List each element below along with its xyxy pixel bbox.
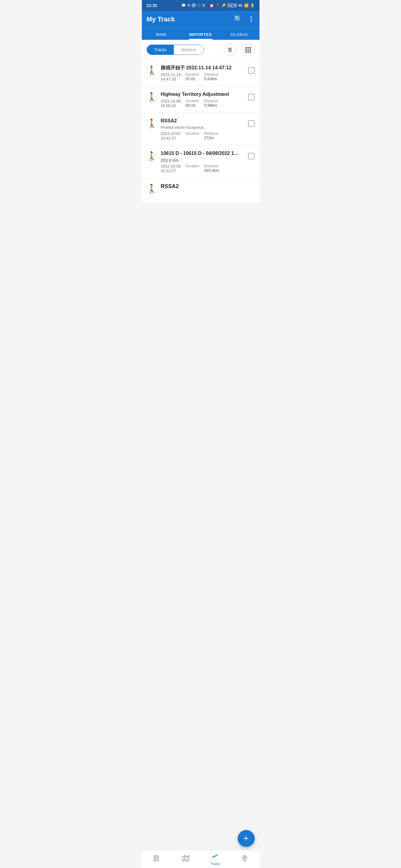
track-item[interactable]: 🚶 RSSA2 [142,178,259,203]
distance-value: 203.4km [204,168,219,173]
track-datetime: 2022-10-07 10:42:27 [161,131,181,141]
track-content: Highway Territory Adjustment 2022-10-06 … [161,91,245,108]
track-duration-item: Duration 01:01 [185,72,199,82]
track-content: 路线开始于 2022-11-14 14:47:12 2022-11-14 14:… [161,65,245,82]
volte-icon: VoLTE [228,4,237,7]
location-pin-icon: 📍 [216,3,220,7]
duration-label: Duration [185,164,199,168]
signal-icon: 📶 [244,3,249,7]
track-datetime: 2022-11-14 14:47:16 [161,72,181,82]
track-item[interactable]: 🚶 10615 D - 10615 D - 04/08/2022 14:... … [142,146,259,178]
distance-label: Distance [204,99,218,103]
duration-value: 00:19 [185,103,199,107]
track-item[interactable]: 🚶 RSSA2 Prueba sector Azuqueca 2022-10-0… [142,113,259,146]
duration-label: Duration [185,131,199,135]
track-checkbox[interactable] [248,67,255,74]
track-duration-item: Duration 00:19 [185,99,199,108]
layers-icon: ⬡ [197,3,200,7]
tab-mine[interactable]: MINE [142,28,181,40]
track-time: 21:12:27 [161,168,181,173]
tracks-filter-button[interactable]: Tracks [147,45,174,55]
track-content: RSSA2 Prueba sector Azuqueca 2022-10-07 … [161,118,245,141]
track-title: Highway Territory Adjustment [161,91,245,98]
track-meta: 2022-10-06 21:12:27 Duration Distance 20… [161,164,245,173]
track-checkbox[interactable] [248,153,255,159]
tab-global[interactable]: GLOBAL [220,28,259,40]
walking-icon: 🚶 [147,184,157,193]
track-meta: 2022-10-07 10:42:27 Duration Distance 27… [161,131,245,141]
duration-value: 01:01 [185,76,199,81]
track-distance-item: Distance 5.62km [204,72,218,82]
mail-icon: ✉ [188,3,191,7]
track-meta: 2022-10-06 16:58:33 Duration 00:19 Dista… [161,99,245,108]
app-bar-actions: 🔍 ⋮ [234,15,255,24]
distance-value: 3.98km [204,103,218,107]
app-title: My Track [147,16,175,23]
track-checkbox[interactable] [248,94,255,100]
tab-bar: MINE IMPORTED GLOBAL [142,28,259,40]
track-distance-item: Distance 203.4km [204,164,219,173]
alarm-icon: ⏰ [209,3,214,7]
track-title: 10615 D - 10615 D - 04/08/2022 14:... [161,150,239,157]
track-duration-item: Duration [185,131,199,141]
track-checkbox[interactable] [248,120,255,127]
walking-icon: 🚶 [147,65,157,75]
battery-icon: 🔋 [250,3,255,7]
track-meta: 2022-11-14 14:47:16 Duration 01:01 Dista… [161,72,245,82]
tab-imported[interactable]: IMPORTED [181,28,220,40]
duration-label: Duration [185,72,199,76]
track-datetime: 2022-10-06 16:58:33 [161,99,181,108]
track-item[interactable]: 🚶 Highway Territory Adjustment 2022-10-0… [142,87,259,113]
status-time: 11:31 [147,3,157,8]
track-distance-note: 203.0 Km [161,158,245,163]
track-subtitle: Prueba sector Azuqueca [161,125,245,130]
select-all-button[interactable] [242,43,255,56]
track-content: 10615 D - 10615 D - 04/08/2022 14:... 20… [161,150,245,173]
track-date: 2022-10-06 [161,164,181,168]
app-bar: My Track 🔍 ⋮ [142,11,259,28]
filter-toggle: Tracks Markers [147,44,204,55]
distance-label: Distance [204,164,219,168]
distance-label: Distance [204,72,218,76]
status-bar: 11:31 💬 ✉ P ⬡ 支 ⏰ 📍 🔑 VoLTE 4G 📶 🔋 [142,0,259,11]
alipay-icon: 支 [202,3,205,8]
distance-value: 5.62km [204,76,218,81]
track-content: RSSA2 [161,183,255,191]
walking-icon: 🚶 [147,151,157,161]
track-list: 🚶 路线开始于 2022-11-14 14:47:12 2022-11-14 1… [142,60,259,203]
duration-label: Duration [185,99,199,103]
trash-icon: 🗑 [228,47,233,53]
markers-filter-button[interactable]: Markers [174,45,204,55]
4g-icon: 4G [238,4,242,7]
track-datetime: 2022-10-06 21:12:27 [161,164,181,173]
chat-icon: 💬 [181,3,186,7]
track-date: 2022-10-07 [161,131,181,136]
search-icon[interactable]: 🔍 [234,15,243,24]
track-title: RSSA2 [161,118,245,124]
track-time: 10:42:27 [161,136,181,141]
track-title: RSSA2 [161,183,255,190]
track-time: 16:58:33 [161,103,181,108]
track-title: 路线开始于 2022-11-14 14:47:12 [161,65,245,71]
track-duration-item: Duration [185,164,199,173]
grid-select-icon [245,47,251,53]
delete-button[interactable]: 🗑 [224,43,236,56]
track-time: 14:47:16 [161,77,181,82]
track-distance-item: Distance 3.98km [204,99,218,108]
walking-icon: 🚶 [147,92,157,102]
filter-bar: Tracks Markers 🗑 [142,40,259,60]
track-date: 2022-11-14 [161,72,181,77]
walking-icon: 🚶 [147,119,157,128]
distance-value: 272m [204,135,218,140]
track-date: 2022-10-06 [161,99,181,103]
distance-label: Distance [204,131,218,135]
key-icon: 🔑 [222,3,226,7]
track-item[interactable]: 🚶 路线开始于 2022-11-14 14:47:12 2022-11-14 1… [142,60,259,87]
track-distance-item: Distance 272m [204,131,218,141]
status-icons: 💬 ✉ P ⬡ 支 ⏰ 📍 🔑 VoLTE 4G 📶 🔋 [181,3,255,8]
more-options-icon[interactable]: ⋮ [248,16,255,23]
p-icon: P [192,3,196,7]
